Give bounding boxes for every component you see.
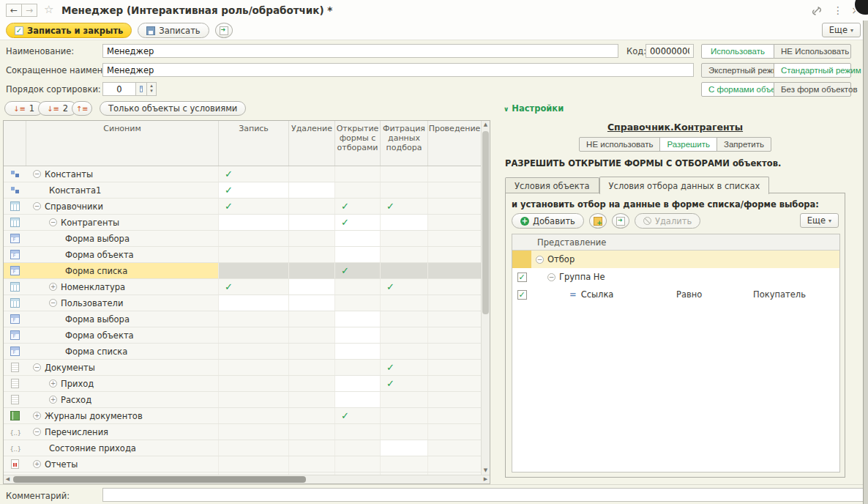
permission-cell[interactable]: ✓ [334,263,380,278]
permission-cell[interactable]: ✓ [218,182,288,198]
permission-cell[interactable] [380,440,427,456]
synonym-cell[interactable]: −Контрагенты [26,215,218,230]
permission-cell[interactable] [218,344,288,359]
permission-cell[interactable] [334,231,380,246]
comment-input[interactable] [102,488,864,502]
permission-cell[interactable] [218,456,288,472]
synonym-cell[interactable]: Состояние прихода [26,440,218,456]
grid-vertical-scrollbar[interactable]: ▲ ▼ [481,121,490,475]
permission-cell[interactable] [427,295,481,311]
grid-row[interactable]: Форма списка✓ [4,263,490,279]
permission-cell[interactable] [427,456,481,472]
permission-cell[interactable] [380,166,427,182]
expand-node-icon[interactable]: + [49,379,57,388]
get-link-icon[interactable] [811,6,823,16]
grid-row[interactable]: −Перечисления [4,424,490,440]
grid-header-filter-pick[interactable]: Фитрация данных подбора [380,121,427,166]
synonym-cell[interactable]: +Отчеты [26,456,218,472]
permission-cell[interactable] [288,344,334,359]
permission-cell[interactable] [334,440,380,456]
permission-cell[interactable] [427,392,481,407]
grid-header-synonym[interactable]: Синоним [26,121,218,166]
permission-cell[interactable] [218,263,288,278]
permission-cell[interactable] [288,295,334,311]
permission-cell[interactable] [427,311,481,327]
sort-order-input[interactable] [102,82,136,96]
synonym-cell[interactable]: Форма объекта [26,247,218,262]
permission-cell[interactable] [334,344,380,359]
calculator-icon[interactable] [135,82,147,96]
permission-cell[interactable] [218,440,288,456]
grid-row[interactable]: −Документы✓ [4,360,490,376]
permission-cell[interactable] [288,424,334,440]
with-object-forms-option[interactable]: С формами объек... [701,82,774,97]
forward-icon[interactable]: → [21,4,37,17]
filter-row[interactable]: −Отбор [512,251,839,268]
permission-cell[interactable] [288,408,334,423]
permission-cell[interactable] [288,360,334,375]
permission-cell[interactable] [380,392,427,407]
add-group-button[interactable] [589,213,607,229]
scroll-up-icon[interactable]: ▲ [482,121,490,129]
permission-cell[interactable] [218,392,288,407]
permission-cell[interactable] [334,376,380,391]
grid-row[interactable]: Форма объекта [4,247,490,263]
permission-cell[interactable] [288,456,334,472]
synonym-cell[interactable]: Константа1 [26,182,218,198]
filter-more-button[interactable]: Еще▾ [800,213,839,228]
permission-cell[interactable] [288,279,334,294]
tab-list-filter-conditions[interactable]: Условия отбора данных в списках [599,177,770,194]
permission-cell[interactable] [218,215,288,230]
permission-cell[interactable] [218,424,288,440]
permission-cell[interactable] [427,231,481,246]
permission-cell[interactable] [218,327,288,343]
grid-header-open-form[interactable]: Открытие формы с отборами [334,121,380,166]
permission-cell[interactable] [218,360,288,375]
mode-not-use[interactable]: НЕ использовать [579,137,660,152]
synonym-cell[interactable]: +Расход [26,392,218,407]
permission-cell[interactable] [380,231,427,246]
filter-row[interactable]: ✓−Группа Не [512,268,839,286]
synonym-cell[interactable]: Форма выбора [26,231,218,246]
permission-cell[interactable] [218,311,288,327]
reread-button[interactable] [215,23,233,38]
permission-cell[interactable] [334,279,380,294]
collapse-node-icon[interactable]: − [49,299,57,307]
grid-row[interactable]: +Журналы документов✓ [4,408,490,424]
permission-cell[interactable] [334,295,380,311]
back-icon[interactable]: ← [6,4,22,17]
standard-mode-option[interactable]: Стандартный режим [774,63,851,78]
grid-row[interactable]: Форма объекта [4,327,490,344]
permission-cell[interactable] [334,392,380,407]
grid-row[interactable]: Форма выбора [4,311,490,327]
mode-deny[interactable]: Запретить [717,137,771,152]
permission-cell[interactable] [380,182,427,198]
permission-cell[interactable] [427,247,481,262]
tab-object-conditions[interactable]: Условия объекта [505,177,599,193]
permission-cell[interactable] [218,408,288,423]
grid-row[interactable]: +Приход✓ [4,376,490,392]
permission-cell[interactable] [288,376,334,391]
permission-cell[interactable] [334,182,380,198]
permission-cell[interactable] [427,199,481,214]
collapse-node-icon[interactable]: − [33,202,41,210]
favorite-star-icon[interactable]: ☆ [44,3,53,16]
expand-node-icon[interactable]: + [49,283,57,291]
expert-mode-option[interactable]: Экспертный режим [701,63,774,78]
scroll-down-icon[interactable]: ▼ [482,467,490,475]
grid-horizontal-scrollbar[interactable]: ◀ ▶ [4,475,490,483]
permission-cell[interactable] [288,311,334,327]
permission-cell[interactable] [380,456,427,472]
save-button[interactable]: Записать [138,23,209,38]
collapse-node-icon[interactable]: − [33,363,41,371]
permission-cell[interactable] [427,408,481,423]
collapse-node-icon[interactable]: − [536,256,544,264]
filter-row[interactable]: ✓=СсылкаРавноПокупатель [512,286,839,303]
synonym-cell[interactable]: −Пользователи [26,295,218,311]
permission-cell[interactable] [380,247,427,262]
permission-cell[interactable] [380,408,427,423]
save-settings-button[interactable] [612,213,629,229]
synonym-cell[interactable]: +Приход [26,376,218,391]
scroll-left-icon[interactable]: ◀ [4,475,12,483]
expand-node-icon[interactable]: + [49,396,57,404]
